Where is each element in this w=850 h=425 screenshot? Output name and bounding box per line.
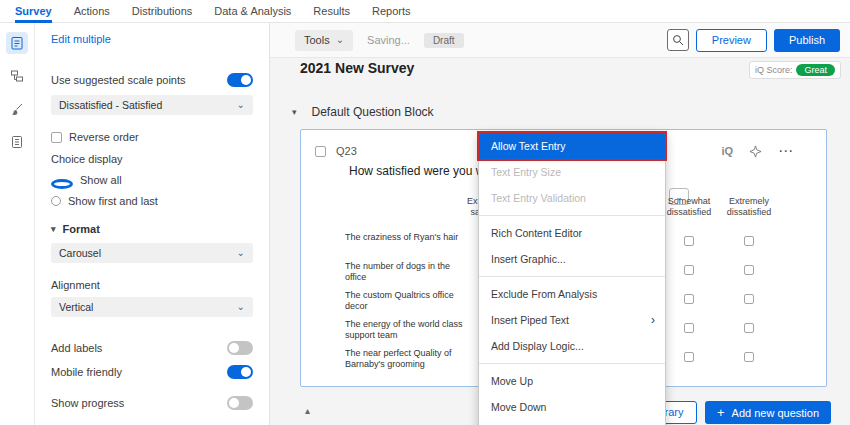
nav-item-results[interactable]: Results (313, 0, 350, 23)
nav-item-actions[interactable]: Actions (74, 0, 110, 23)
matrix-checkbox[interactable] (684, 294, 694, 304)
more-options-icon[interactable]: ⋯ (778, 142, 794, 160)
matrix-checkbox[interactable] (744, 294, 754, 304)
matrix-checkbox[interactable] (744, 236, 754, 246)
nav-item-distributions[interactable]: Distributions (132, 0, 193, 23)
chevron-down-icon: ⌄ (237, 100, 245, 110)
matrix-checkbox[interactable] (744, 323, 754, 333)
matrix-checkbox[interactable] (744, 265, 754, 275)
alignment-label: Alignment (51, 279, 253, 291)
toggle-add-labels[interactable] (227, 341, 253, 355)
iq-icon[interactable]: iQ (721, 145, 733, 157)
setting-add-labels: Add labels (51, 341, 253, 355)
topnav: SurveyActionsDistributionsData & Analysi… (0, 0, 850, 23)
question-id: Q23 (336, 145, 357, 157)
triangle-down-icon: ▾ (51, 224, 56, 234)
add-new-question-button[interactable]: + Add new question (705, 401, 831, 424)
matrix-cell (657, 352, 721, 364)
matrix-cell (657, 294, 721, 306)
matrix-cell (657, 265, 721, 277)
matrix-cell (657, 236, 721, 248)
survey-title: 2021 New Survey (300, 60, 414, 76)
format-section-header[interactable]: ▾ Format (51, 223, 253, 235)
choice-display-label: Choice display (51, 153, 253, 165)
submenu-arrow-icon: › (651, 307, 655, 333)
publish-button[interactable]: Publish (774, 29, 840, 52)
search-button[interactable] (667, 29, 689, 51)
format-select-value: Carousel (59, 247, 101, 259)
sidebar-toggles: Add labelsMobile friendlyShow progress (51, 341, 253, 410)
plus-icon: + (717, 406, 725, 419)
setting-label: Add labels (51, 342, 102, 354)
library-icon[interactable] (6, 131, 28, 153)
menu-item-allow-text-entry[interactable]: Allow Text Entry (479, 133, 665, 159)
radio-label: Show first and last (68, 195, 158, 207)
collapse-block-icon[interactable]: ▴ (305, 405, 310, 416)
iq-score-badge: iQ Score: Great (749, 61, 841, 79)
radio-option-show-first-and-last[interactable]: Show first and last (51, 195, 253, 207)
menu-item-insert-graphic[interactable]: Insert Graphic... (479, 246, 665, 272)
nav-item-reports[interactable]: Reports (372, 0, 411, 23)
triangle-down-icon: ▾ (292, 107, 297, 117)
alignment-select[interactable]: Vertical ⌄ (51, 297, 253, 317)
question-select-checkbox[interactable] (315, 146, 326, 157)
menu-item-insert-piped-text[interactable]: Insert Piped Text› (479, 307, 665, 333)
tools-button[interactable]: Tools ⌄ (295, 30, 353, 51)
radio-icon (51, 196, 61, 206)
matrix-checkbox[interactable] (684, 236, 694, 246)
toggle-show-progress[interactable] (227, 396, 253, 410)
chevron-down-icon: ⌄ (336, 35, 344, 45)
scale-points-value: Dissatisfied - Satisfied (59, 99, 162, 111)
look-and-feel-icon[interactable] (6, 98, 28, 120)
question-text[interactable]: How satisfied were you with (349, 164, 497, 178)
matrix-cell (717, 294, 781, 306)
survey-builder-icon[interactable] (6, 32, 28, 54)
nav-item-survey[interactable]: Survey (15, 0, 52, 23)
matrix-checkbox[interactable] (684, 352, 694, 362)
column-header-extremely-dissatisfied: Extremely dissatisfied (717, 196, 781, 218)
setting-mobile-friendly: Mobile friendly (51, 365, 253, 379)
setting-show-progress: Show progress (51, 396, 253, 410)
menu-item-rich-content-editor[interactable]: Rich Content Editor (479, 220, 665, 246)
radio-icon (51, 179, 73, 189)
search-icon (672, 34, 684, 46)
menu-divider (479, 215, 665, 216)
menu-item-add-display-logic[interactable]: Add Display Logic... (479, 333, 665, 359)
menu-item-move-down[interactable]: Move Down (479, 394, 665, 420)
block-title: Default Question Block (312, 105, 434, 119)
menu-item-remove-scale-point[interactable]: Remove Scale Point (479, 420, 665, 425)
format-select[interactable]: Carousel ⌄ (51, 243, 253, 263)
draft-badge: Draft (424, 33, 464, 48)
context-menu: Allow Text EntryText Entry SizeText Entr… (478, 132, 666, 425)
matrix-cell (717, 323, 781, 335)
icon-rail (0, 23, 35, 425)
preview-button[interactable]: Preview (696, 29, 767, 52)
checkbox-icon (51, 132, 62, 143)
menu-item-text-entry-validation: Text Entry Validation (479, 185, 665, 211)
matrix-checkbox[interactable] (684, 265, 694, 275)
matrix-checkbox[interactable] (684, 323, 694, 333)
suggested-scale-label: Use suggested scale points (51, 74, 186, 86)
setting-label: Mobile friendly (51, 366, 122, 378)
matrix-checkbox[interactable] (744, 352, 754, 362)
question-block-header[interactable]: ▾ Default Question Block (292, 105, 434, 119)
iq-score-value: Great (796, 64, 835, 76)
add-question-label: Add new question (732, 407, 819, 419)
reverse-order-label: Reverse order (69, 131, 139, 143)
suggested-scale-toggle[interactable] (227, 73, 253, 87)
radio-option-show-all[interactable]: Show all (51, 171, 253, 189)
menu-item-move-up[interactable]: Move Up (479, 368, 665, 394)
matrix-cell (717, 236, 781, 248)
tools-label: Tools (304, 34, 330, 46)
star-icon[interactable] (749, 145, 762, 158)
menu-item-exclude-from-analysis[interactable]: Exclude From Analysis (479, 281, 665, 307)
reverse-order-checkbox[interactable]: Reverse order (51, 131, 253, 143)
toggle-mobile-friendly[interactable] (227, 365, 253, 379)
statement-label: The energy of the world class support te… (345, 319, 463, 341)
choice-display-options: Show allShow first and last (51, 171, 253, 207)
edit-multiple-link[interactable]: Edit multiple (51, 33, 253, 45)
menu-divider (479, 276, 665, 277)
nav-item-data-analysis[interactable]: Data & Analysis (214, 0, 291, 23)
scale-points-select[interactable]: Dissatisfied - Satisfied ⌄ (51, 95, 253, 115)
survey-flow-icon[interactable] (6, 65, 28, 87)
